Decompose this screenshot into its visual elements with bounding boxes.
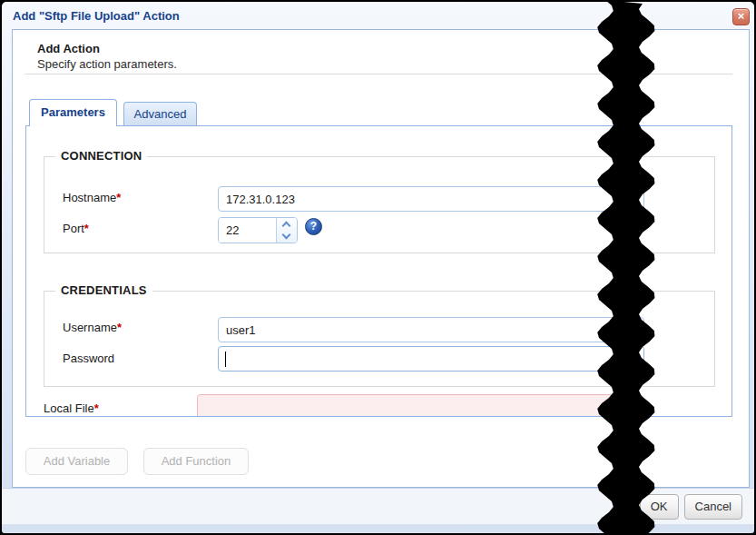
password-label: Password: [63, 352, 114, 365]
close-icon: ×: [738, 9, 745, 23]
spinner-down-button[interactable]: [277, 231, 297, 243]
tab-parameters[interactable]: Parameters: [29, 99, 117, 126]
hostname-input[interactable]: [218, 186, 644, 212]
close-button[interactable]: ×: [732, 8, 750, 25]
header-divider: [25, 74, 732, 74]
help-icon[interactable]: ?: [305, 218, 322, 235]
tab-advanced[interactable]: Advanced: [123, 102, 197, 126]
port-label: Port*: [63, 222, 89, 235]
tab-panel-parameters: CONNECTION Hostname* Port*: [25, 125, 732, 417]
spinner-buttons: [276, 218, 297, 243]
dialog-title: Add "Sftp File Upload" Action: [13, 9, 180, 23]
port-input[interactable]: [219, 218, 276, 243]
spinner-up-button[interactable]: [277, 218, 297, 231]
fieldset-connection: CONNECTION Hostname* Port*: [44, 156, 715, 253]
wizard-step-subtitle: Specify action parameters.: [37, 57, 177, 71]
username-label: Username*: [63, 321, 122, 334]
port-spinner: [218, 217, 298, 243]
spinner-down-icon: [282, 230, 291, 239]
dialog-footer: OK Cancel: [2, 488, 754, 524]
required-asterisk: *: [94, 401, 99, 415]
wizard-step-title: Add Action: [37, 42, 100, 55]
username-input[interactable]: [218, 317, 644, 342]
password-input[interactable]: [218, 346, 644, 372]
required-asterisk: *: [116, 191, 121, 204]
cancel-button[interactable]: Cancel: [684, 494, 742, 520]
add-variable-button[interactable]: Add Variable: [25, 448, 128, 475]
required-asterisk: *: [117, 321, 122, 334]
fieldset-connection-legend: CONNECTION: [55, 149, 147, 163]
tab-advanced-label: Advanced: [134, 107, 187, 121]
fieldset-credentials-legend: CREDENTIALS: [55, 283, 152, 297]
text-caret: [225, 352, 226, 367]
local-file-input[interactable]: [197, 394, 643, 417]
local-file-label: Local File*: [44, 401, 99, 415]
required-asterisk: *: [84, 222, 89, 235]
content-panel: Add Action Specify action parameters. Pa…: [12, 29, 750, 488]
dialog-window: Add "Sftp File Upload" Action × Add Acti…: [2, 2, 754, 533]
spinner-up-icon: [282, 222, 291, 231]
tab-parameters-label: Parameters: [41, 105, 105, 119]
ok-button[interactable]: OK: [640, 494, 679, 520]
add-function-button[interactable]: Add Function: [143, 448, 249, 475]
fieldset-credentials: CREDENTIALS Username* Password: [44, 291, 715, 387]
hostname-label: Hostname*: [63, 191, 121, 204]
screenshot-frame: Add "Sftp File Upload" Action × Add Acti…: [0, 0, 756, 535]
title-bar: Add "Sftp File Upload" Action: [2, 2, 754, 30]
